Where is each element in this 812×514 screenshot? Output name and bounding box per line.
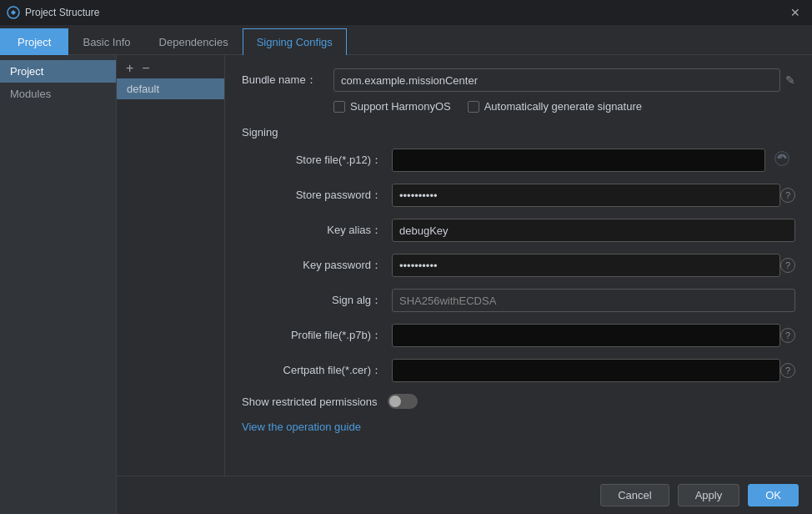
main-layout: Project Modules + − default Bundle name：…: [0, 55, 812, 514]
store-file-label: Store file(*.p12)：: [242, 153, 392, 168]
bundle-name-input[interactable]: [333, 68, 780, 92]
show-restricted-toggle[interactable]: [388, 394, 418, 409]
apply-button[interactable]: Apply: [678, 484, 740, 506]
store-file-input[interactable]: [392, 149, 765, 172]
title-bar: Project Structure ✕: [0, 0, 812, 25]
show-restricted-label: Show restricted permissions: [242, 396, 378, 408]
sign-alg-row: Sign alg：: [242, 289, 795, 312]
key-password-label: Key password：: [242, 258, 392, 273]
config-panel: + − default Bundle name： ✎ Support Ha: [117, 55, 812, 476]
store-password-row: Store password： ?: [242, 184, 795, 207]
bundle-name-row: Bundle name： ✎: [242, 68, 795, 92]
certpath-file-help-icon[interactable]: ?: [780, 363, 795, 378]
app-icon: [7, 6, 20, 19]
key-alias-input[interactable]: [392, 219, 795, 242]
support-harmonyos-box[interactable]: [333, 101, 345, 113]
auto-generate-box[interactable]: [468, 101, 479, 113]
tab-basic-info[interactable]: Basic Info: [68, 28, 144, 55]
operation-guide-row: View the operation guide: [242, 421, 795, 433]
sidebar-item-modules[interactable]: Modules: [0, 83, 116, 105]
tab-signing-configs[interactable]: Signing Configs: [243, 28, 347, 55]
content-area: + − default Bundle name： ✎ Support Ha: [117, 55, 812, 514]
checkbox-row: Support HarmonyOS Automatically generate…: [333, 100, 795, 113]
fingerprint-button[interactable]: [769, 150, 795, 170]
auto-generate-label: Automatically generate signature: [484, 100, 642, 113]
profile-file-help-icon[interactable]: ?: [780, 328, 795, 343]
window-title: Project Structure: [25, 7, 99, 18]
support-harmonyos-checkbox[interactable]: Support HarmonyOS: [333, 100, 451, 113]
toggle-knob: [389, 396, 401, 407]
add-config-button[interactable]: +: [123, 62, 136, 75]
remove-config-button[interactable]: −: [139, 62, 152, 75]
sign-alg-label: Sign alg：: [242, 293, 392, 308]
key-password-help-icon[interactable]: ?: [780, 258, 795, 273]
edit-icon[interactable]: ✎: [785, 73, 795, 87]
tab-dependencies[interactable]: Dependencies: [145, 28, 243, 55]
config-list-toolbar: + −: [117, 58, 224, 78]
cancel-button[interactable]: Cancel: [600, 484, 669, 506]
tab-project[interactable]: Project: [0, 28, 68, 55]
key-alias-row: Key alias：: [242, 219, 795, 242]
profile-file-input[interactable]: [392, 324, 780, 347]
tab-bar: Project Basic Info Dependencies Signing …: [0, 25, 812, 55]
bottom-bar: Cancel Apply OK: [117, 476, 812, 514]
store-file-row: Store file(*.p12)：: [242, 149, 795, 172]
signing-section-header: Signing: [242, 126, 795, 139]
config-item-default[interactable]: default: [117, 78, 224, 99]
show-restricted-row: Show restricted permissions: [242, 394, 795, 409]
close-button[interactable]: ✕: [785, 4, 805, 21]
support-harmonyos-label: Support HarmonyOS: [350, 100, 451, 113]
store-password-help-icon[interactable]: ?: [780, 188, 795, 203]
certpath-file-input[interactable]: [392, 359, 780, 382]
certpath-file-row: Certpath file(*.cer)： ?: [242, 359, 795, 382]
bundle-name-label: Bundle name：: [242, 73, 333, 88]
auto-generate-checkbox[interactable]: Automatically generate signature: [468, 100, 642, 113]
store-password-input[interactable]: [392, 184, 780, 207]
key-password-input[interactable]: [392, 254, 780, 277]
form-area: Bundle name： ✎ Support HarmonyOS Automat…: [225, 55, 812, 476]
ok-button[interactable]: OK: [748, 484, 799, 506]
key-password-row: Key password： ?: [242, 254, 795, 277]
profile-file-label: Profile file(*.p7b)：: [242, 328, 392, 343]
operation-guide-link[interactable]: View the operation guide: [242, 421, 361, 433]
key-alias-label: Key alias：: [242, 223, 392, 238]
sign-alg-input[interactable]: [392, 289, 795, 312]
certpath-file-label: Certpath file(*.cer)：: [242, 363, 392, 378]
sidebar: Project Modules: [0, 55, 117, 514]
store-password-label: Store password：: [242, 188, 392, 203]
sidebar-item-project[interactable]: Project: [0, 60, 116, 83]
config-list: + − default: [117, 55, 225, 476]
profile-file-row: Profile file(*.p7b)： ?: [242, 324, 795, 347]
